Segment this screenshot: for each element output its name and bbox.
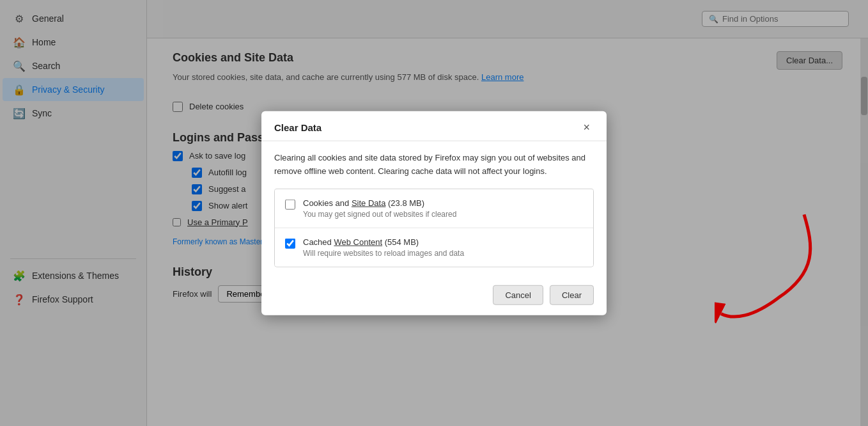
cache-option-title: Cached Web Content (554 MB) [303,237,464,246]
overlay: Clear Data × Clearing all cookies and si… [0,0,868,426]
cookies-option-text: Cookies and Site Data (23.8 MB) You may … [303,198,456,218]
cache-option-subtitle: Will require websites to reload images a… [303,248,464,257]
dialog-options-list: Cookies and Site Data (23.8 MB) You may … [274,188,594,267]
dialog-close-button[interactable]: × [579,120,594,134]
clear-data-dialog: Clear Data × Clearing all cookies and si… [261,111,607,315]
cancel-button[interactable]: Cancel [493,285,543,304]
cookies-option-title: Cookies and Site Data (23.8 MB) [303,198,456,207]
dialog-option-cookies: Cookies and Site Data (23.8 MB) You may … [275,189,593,228]
arrow-svg [715,209,817,336]
clear-button[interactable]: Clear [550,285,594,304]
dialog-footer: Cancel Clear [261,277,607,315]
dialog-header: Clear Data × [261,111,607,141]
cache-option-checkbox[interactable] [285,238,295,248]
cache-option-text: Cached Web Content (554 MB) Will require… [303,237,464,257]
cookies-option-subtitle: You may get signed out of websites if cl… [303,209,456,218]
dialog-option-cache: Cached Web Content (554 MB) Will require… [275,228,593,266]
dialog-body: Clearing all cookies and site data store… [261,141,607,278]
cookies-option-checkbox[interactable] [285,199,295,209]
dialog-title: Clear Data [274,122,322,132]
app-container: ⚙ General 🏠 Home 🔍 Search 🔒 Privacy & Se… [0,0,868,426]
arrow-annotation [715,209,817,338]
dialog-warning-text: Clearing all cookies and site data store… [274,152,594,178]
